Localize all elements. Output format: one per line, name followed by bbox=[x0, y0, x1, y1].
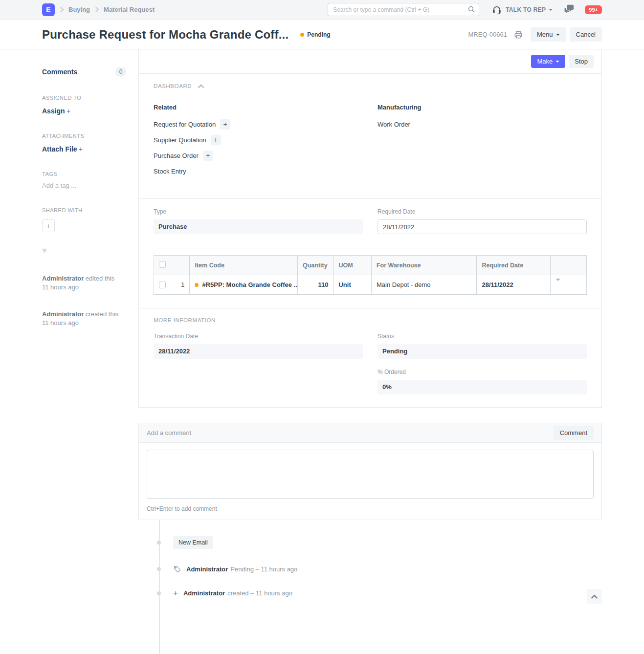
sidebar-activity-created: Administrator created this 11 hours ago bbox=[42, 310, 126, 327]
header-required-date: Required Date bbox=[477, 256, 551, 275]
top-navbar: E Buying Material Request bbox=[0, 0, 644, 20]
menu-button[interactable]: Menu bbox=[531, 27, 566, 42]
make-button-label: Make bbox=[537, 58, 553, 65]
comment-panel-header: Add a comment Comment bbox=[139, 423, 601, 443]
cancel-button[interactable]: Cancel bbox=[570, 27, 602, 42]
row-index: 1 bbox=[181, 281, 184, 288]
search-input[interactable] bbox=[328, 3, 479, 16]
row-checkbox[interactable] bbox=[159, 282, 166, 288]
header-quantity: Quantity bbox=[297, 256, 333, 275]
transaction-date-label: Transaction Date bbox=[154, 333, 363, 340]
timeline-new-email: New Email bbox=[173, 536, 602, 549]
chevron-down-icon bbox=[556, 34, 560, 36]
comments-label: Comments bbox=[42, 68, 77, 76]
search-icon[interactable] bbox=[467, 5, 475, 15]
plus-icon: + bbox=[67, 107, 71, 115]
page-title: Purchase Request for Mocha Grande Coff..… bbox=[42, 28, 289, 42]
talk-to-rep-menu[interactable]: TALK TO REP bbox=[506, 6, 553, 13]
status-field-label: Status bbox=[378, 333, 587, 340]
activity-time: 11 hours ago bbox=[42, 283, 79, 291]
link-request-for-quotation: Request for Quotation + bbox=[154, 119, 363, 130]
row-expand-chevron-icon[interactable] bbox=[555, 279, 560, 288]
assign-button[interactable]: Assign+ bbox=[42, 107, 126, 115]
items-table-header-row: Item Code Quantity UOM For Warehouse Req… bbox=[154, 256, 587, 275]
more-info-heading: MORE INFORMATION bbox=[154, 317, 216, 323]
required-date-label: Required Date bbox=[378, 208, 587, 215]
dashboard-manufacturing-column: Manufacturing Work Order bbox=[378, 104, 587, 182]
chat-icon[interactable] bbox=[564, 4, 574, 15]
uom-cell[interactable]: Unit bbox=[333, 275, 372, 295]
type-field: Type Purchase bbox=[154, 208, 363, 234]
tags-heading: TAGS bbox=[42, 171, 126, 177]
scroll-to-top-button[interactable] bbox=[587, 589, 602, 604]
timeline-user: Administrator bbox=[186, 566, 228, 573]
stock-entry-link[interactable]: Stock Entry bbox=[154, 168, 186, 175]
dashboard-heading: DASHBOARD bbox=[154, 83, 192, 89]
headset-icon bbox=[492, 5, 502, 15]
breadcrumb-material-request[interactable]: Material Request bbox=[104, 6, 155, 13]
attach-file-button[interactable]: Attach File+ bbox=[42, 145, 126, 153]
like-heart-icon[interactable]: ♥ bbox=[42, 246, 126, 256]
dashboard-section-toggle[interactable]: DASHBOARD bbox=[154, 83, 204, 89]
add-request-for-quotation-button[interactable]: + bbox=[220, 119, 230, 130]
add-supplier-quotation-button[interactable]: + bbox=[211, 135, 221, 145]
item-code-text: #R5PP: Mocha Grande Coffee ... bbox=[202, 281, 297, 288]
required-date-cell[interactable]: 28/11/2022 bbox=[477, 275, 551, 295]
status-dot-icon bbox=[300, 33, 304, 37]
chevron-up-icon bbox=[591, 594, 598, 599]
activity-timeline: New Email Administrator Pending – 11 hou… bbox=[159, 520, 602, 654]
header-item-code: Item Code bbox=[190, 256, 297, 275]
link-work-order: Work Order bbox=[378, 119, 587, 130]
work-order-link[interactable]: Work Order bbox=[378, 121, 410, 128]
chevron-down-icon bbox=[549, 9, 553, 11]
header-uom: UOM bbox=[333, 256, 372, 275]
supplier-quotation-link[interactable]: Supplier Quotation bbox=[154, 136, 206, 144]
dashboard-section: DASHBOARD Related Request for Quotation … bbox=[139, 74, 601, 199]
type-label: Type bbox=[154, 208, 363, 215]
make-button[interactable]: Make bbox=[531, 55, 565, 68]
item-code-cell[interactable]: #R5PP: Mocha Grande Coffee ... bbox=[195, 281, 292, 288]
add-purchase-order-button[interactable]: + bbox=[203, 151, 213, 161]
notification-badge[interactable]: 99+ bbox=[585, 5, 602, 14]
new-email-button[interactable]: New Email bbox=[173, 536, 213, 549]
chevron-up-icon bbox=[198, 84, 204, 88]
dashboard-related-column: Related Request for Quotation + Supplier… bbox=[154, 104, 363, 182]
comment-button-label: Comment bbox=[560, 429, 587, 436]
more-info-section: MORE INFORMATION Transaction Date 28/11/… bbox=[139, 308, 601, 407]
comment-hint: Ctrl+Enter to add comment bbox=[139, 500, 601, 520]
quantity-cell[interactable]: 110 bbox=[297, 275, 333, 295]
form-panel: Make Stop DASHBOARD Related Requ bbox=[138, 49, 602, 408]
related-heading: Related bbox=[154, 104, 363, 111]
activity-time: 11 hours ago bbox=[42, 319, 79, 327]
comment-submit-button[interactable]: Comment bbox=[554, 426, 594, 440]
chevron-down-icon bbox=[555, 61, 559, 63]
percent-ordered-label: % Ordered bbox=[378, 369, 587, 375]
link-supplier-quotation: Supplier Quotation + bbox=[154, 135, 363, 145]
items-table: Item Code Quantity UOM For Warehouse Req… bbox=[154, 255, 587, 295]
stop-button[interactable]: Stop bbox=[569, 55, 594, 68]
required-date-input[interactable] bbox=[378, 219, 587, 234]
status-field: Status Pending bbox=[378, 333, 587, 359]
comment-textarea[interactable] bbox=[147, 450, 594, 499]
request-for-quotation-link[interactable]: Request for Quotation bbox=[154, 121, 216, 128]
add-tag-input[interactable]: Add a tag ... bbox=[42, 182, 126, 189]
add-comment-label: Add a comment bbox=[147, 429, 191, 436]
sidebar-comments[interactable]: Comments 0 bbox=[42, 67, 126, 77]
activity-user: Administrator bbox=[42, 275, 84, 282]
form-sidebar: Comments 0 ASSIGNED TO Assign+ ATTACHMEN… bbox=[42, 49, 138, 327]
purchase-order-link[interactable]: Purchase Order bbox=[154, 152, 199, 159]
global-search bbox=[328, 3, 479, 16]
print-icon[interactable] bbox=[514, 30, 523, 39]
plus-icon: + bbox=[79, 145, 83, 153]
breadcrumb-buying[interactable]: Buying bbox=[68, 6, 90, 13]
select-all-checkbox[interactable] bbox=[159, 261, 166, 268]
link-stock-entry: Stock Entry bbox=[154, 166, 363, 176]
app-logo[interactable]: E bbox=[42, 3, 55, 16]
document-id: MREQ-00661 bbox=[468, 31, 507, 38]
activity-user: Administrator bbox=[42, 310, 84, 318]
timeline-event-pending: Administrator Pending – 11 hours ago bbox=[173, 565, 602, 573]
warehouse-cell[interactable]: Main Depot - demo bbox=[371, 275, 476, 295]
timeline-text: Pending – 11 hours ago bbox=[230, 566, 297, 573]
page-head: Purchase Request for Mocha Grande Coff..… bbox=[0, 20, 644, 49]
share-add-button[interactable]: + bbox=[42, 219, 55, 232]
